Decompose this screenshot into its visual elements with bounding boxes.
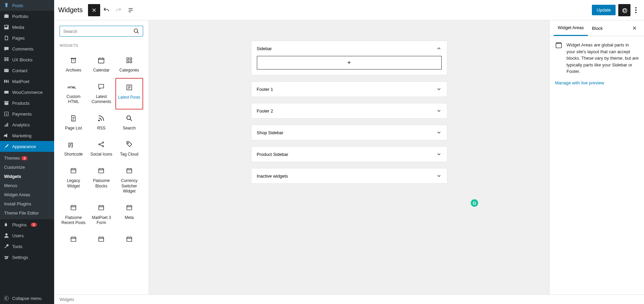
menu-woocommerce[interactable]: WooCommerce (0, 87, 54, 98)
list-view-button[interactable] (125, 4, 137, 16)
undo-button[interactable] (100, 4, 112, 16)
menu-ux-blocks[interactable]: UX Blocks (0, 54, 54, 65)
widget-icon (70, 114, 77, 122)
submenu-menus[interactable]: Menus (0, 181, 54, 190)
svg-rect-13 (130, 61, 132, 63)
submenu-widget-areas[interactable]: Widget Areas (0, 190, 54, 199)
menu-mailpoet[interactable]: MailPoet (0, 76, 54, 87)
widget-item-categories[interactable]: Categories (115, 52, 143, 78)
widget-area-header[interactable]: Sidebar (251, 41, 447, 56)
submenu-install-plugins[interactable]: Install Plugins (0, 199, 54, 208)
widget-area-header[interactable]: Inactive widgets (251, 168, 447, 183)
widget-item-meta[interactable]: Meta (115, 199, 143, 230)
manage-preview-link[interactable]: Manage with live preview (555, 80, 639, 85)
widget-label: Flatsome Recent Posts (61, 215, 86, 226)
widget-item-tag-cloud[interactable]: Tag Cloud (115, 136, 143, 162)
menu-plugins[interactable]: Plugins5 (0, 219, 54, 230)
redo-button[interactable] (112, 4, 125, 16)
top-bar: Widgets Update (54, 0, 644, 20)
widget-item-calendar[interactable]: Calendar (87, 52, 115, 78)
widget-area-footer-1: Footer 1 (251, 81, 447, 97)
search-input[interactable] (63, 29, 133, 34)
menu-posts[interactable]: Posts (0, 0, 54, 11)
menu-label: Users (12, 233, 24, 238)
menu-appearance[interactable]: Appearance (0, 141, 54, 152)
submenu-themes[interactable]: Themes3 (0, 154, 54, 163)
update-button[interactable]: Update (592, 5, 616, 15)
widget-label: Flatsome Blocks (89, 178, 114, 189)
widget-area-header[interactable]: Shop Sidebar (251, 125, 447, 140)
menu-label: Products (12, 101, 29, 106)
widget-item-mailpoet-3-form[interactable]: MailPoet 3 Form (87, 199, 115, 230)
widget-item-social-icons[interactable]: Social Icons (87, 136, 115, 162)
widget-area-header[interactable]: Product Sidebar (251, 147, 447, 162)
widget-item-rss[interactable]: RSS (87, 109, 115, 136)
archive-icon (3, 100, 9, 106)
submenu-widgets[interactable]: Widgets (0, 172, 54, 181)
media-icon (3, 24, 9, 30)
submenu-customize[interactable]: Customize (0, 163, 54, 172)
widget-area-body: + (251, 56, 447, 75)
widget-item-legacy-widget[interactable]: Legacy Widget (60, 162, 87, 199)
svg-point-3 (5, 234, 7, 236)
menu-settings[interactable]: Settings (0, 252, 54, 263)
tab-widget-areas[interactable]: Widget Areas (554, 20, 588, 36)
widget-item-flatsome-recent-posts[interactable]: Flatsome Recent Posts (60, 199, 87, 230)
widget-area-title: Sidebar (257, 46, 272, 51)
tab-block[interactable]: Block (588, 21, 607, 36)
menu-contact[interactable]: Contact (0, 65, 54, 76)
svg-point-8 (134, 29, 138, 33)
widget-area-title: Shop Sidebar (257, 130, 284, 135)
svg-rect-28 (127, 205, 132, 210)
menu-portfolio[interactable]: Portfolio (0, 11, 54, 22)
settings-button[interactable] (618, 4, 630, 16)
wrench-icon (3, 243, 9, 249)
menu-analytics[interactable]: Analytics (0, 119, 54, 130)
menu-label: Pages (12, 36, 25, 41)
menu-label: Media (12, 25, 24, 30)
widget-item-shortcode[interactable]: [/]Shortcode (60, 136, 87, 162)
widget-icon (126, 204, 133, 212)
widget-item-currency-switcher-widget[interactable]: Currency Switcher Widget (115, 162, 143, 199)
sliders-icon (3, 254, 9, 260)
close-settings-button[interactable] (629, 23, 640, 34)
menu-pages[interactable]: Pages (0, 33, 54, 43)
menu-users[interactable]: Users (0, 230, 54, 241)
close-inserter-button[interactable] (88, 4, 100, 16)
widget-item-latest-posts[interactable]: Latest Posts (115, 78, 143, 109)
widget-item-search[interactable]: Search (115, 109, 143, 136)
widget-item-more[interactable] (87, 230, 115, 251)
woo-icon (3, 89, 9, 95)
widget-area-header[interactable]: Footer 2 (251, 103, 447, 118)
menu-label: MailPoet (12, 79, 29, 84)
add-block-button[interactable]: + (257, 56, 442, 69)
svg-point-4 (4, 296, 9, 301)
menu-marketing[interactable]: Marketing (0, 130, 54, 141)
envelope-icon (3, 67, 9, 74)
briefcase-icon (3, 13, 9, 19)
chevron-icon (436, 86, 442, 92)
menu-media[interactable]: Media (0, 22, 54, 33)
more-options-button[interactable] (632, 4, 640, 16)
grammarly-badge[interactable]: G (471, 199, 478, 207)
menu-tools[interactable]: Tools (0, 241, 54, 252)
widget-item-page-list[interactable]: Page List (60, 109, 87, 136)
widget-item-archives[interactable]: Archives (60, 52, 87, 78)
appearance-submenu: Themes3 Customize Widgets Menus Widget A… (0, 152, 54, 219)
menu-comments[interactable]: Comments (0, 43, 54, 54)
menu-products[interactable]: Products (0, 98, 54, 108)
page-title: Widgets (58, 6, 83, 14)
widget-item-custom-html[interactable]: HTMLCustom HTML (60, 78, 87, 109)
widget-item-latest-comments[interactable]: Latest Comments (87, 78, 115, 109)
menu-payments[interactable]: $Payments (0, 108, 54, 119)
collapse-menu[interactable]: Collapse menu (0, 292, 54, 304)
plug-icon (3, 222, 9, 228)
widget-item-more[interactable] (115, 230, 143, 251)
widget-area-header[interactable]: Footer 1 (251, 82, 447, 97)
widget-area-title: Inactive widgets (257, 174, 288, 179)
widget-item-flatsome-blocks[interactable]: Flatsome Blocks (87, 162, 115, 199)
comment-icon (3, 46, 9, 52)
submenu-theme-file-editor[interactable]: Theme File Editor (0, 208, 54, 218)
widget-item-more[interactable] (60, 230, 87, 251)
widget-label: Latest Comments (89, 94, 114, 105)
